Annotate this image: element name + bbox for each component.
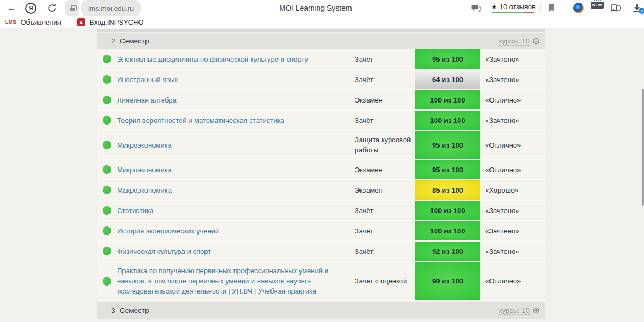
semester-number: 3 bbox=[111, 306, 120, 314]
address-bar[interactable]: lms.moi.edu.ru bbox=[81, 0, 141, 16]
score-badge: 95 из 100 bbox=[415, 160, 480, 179]
course-link[interactable]: Практика по получению первичных професси… bbox=[117, 266, 341, 296]
course-link[interactable]: Физическая культура и спорт bbox=[117, 246, 211, 257]
course-row: Микроэкономика Защита курсовой работы 95… bbox=[97, 131, 545, 160]
score-badge: 64 из 100 bbox=[415, 70, 480, 89]
grades-panel: 2 Семестр курсы: 10 ⊖ Элективные дисципл… bbox=[97, 29, 545, 319]
semester-title: Семестр bbox=[120, 37, 149, 45]
sphere-icon bbox=[573, 3, 584, 13]
score-text: 95 из 100 bbox=[432, 55, 463, 63]
status-dot-icon bbox=[103, 55, 111, 63]
score-text: 100 из 100 bbox=[430, 96, 465, 104]
assessment-type: Экзамен bbox=[355, 90, 415, 109]
lock-icon bbox=[70, 8, 75, 11]
inpsycho-favicon: ▲ bbox=[77, 18, 85, 26]
star-icon: ★ bbox=[491, 3, 497, 11]
course-row: Макроэкономика Экзамен 85 из 100 «Хорошо… bbox=[97, 180, 545, 201]
confetti-icon bbox=[594, 0, 601, 1]
rating-bar bbox=[492, 12, 534, 13]
score-text: 85 из 100 bbox=[432, 186, 463, 194]
score-badge: 95 из 100 bbox=[415, 131, 480, 159]
grade-text: «Отлично» bbox=[480, 131, 545, 159]
grade-text: «Отлично» bbox=[480, 160, 545, 179]
status-dot-icon bbox=[103, 96, 111, 104]
score-text: 100 из 100 bbox=[430, 116, 465, 125]
site-security-button[interactable] bbox=[65, 0, 79, 16]
lms-page: 2 Семестр курсы: 10 ⊖ Элективные дисципл… bbox=[0, 28, 644, 321]
downloads-button[interactable]: 2 bbox=[632, 0, 642, 16]
course-row: Микроэкономика Экзамен 95 из 100 «Отличн… bbox=[97, 160, 545, 180]
bookmark-flag-icon bbox=[547, 3, 556, 13]
course-row: Элективные дисциплины по физической куль… bbox=[97, 49, 545, 70]
browser-toolbar: ← Я lms.moi.edu.ru MOI Learning System ★… bbox=[0, 0, 644, 16]
assessment-type: Зачёт bbox=[355, 111, 415, 130]
assessment-type: Зачёт bbox=[355, 70, 415, 89]
collapse-section-icon[interactable]: ⊖ bbox=[532, 36, 540, 46]
score-badge: 100 из 100 bbox=[415, 201, 480, 220]
status-dot-icon bbox=[103, 277, 111, 286]
grade-text: «Отлично» bbox=[480, 262, 545, 300]
reviews-button[interactable]: ★ 10 отзывов bbox=[491, 0, 536, 16]
course-link[interactable]: Статистика bbox=[117, 206, 153, 216]
yandex-home-button[interactable]: Я bbox=[25, 0, 36, 16]
whats-new-button[interactable]: NEW bbox=[591, 0, 604, 16]
course-link[interactable]: Теория вероятностей и математическая ста… bbox=[117, 115, 284, 126]
assessment-type: Защита курсовой работы bbox=[355, 131, 415, 159]
rating-bar-negative bbox=[524, 12, 534, 13]
course-link[interactable]: Микроэкономика bbox=[117, 140, 172, 150]
course-link[interactable]: История экономических учений bbox=[117, 226, 219, 236]
score-text: 92 из 100 bbox=[432, 247, 463, 255]
score-text: 90 из 100 bbox=[432, 277, 463, 285]
assessment-type: Зачёт bbox=[355, 201, 415, 220]
course-row: Физическая культура и спорт Зачёт 92 из … bbox=[97, 241, 545, 262]
bookmark-inpsycho[interactable]: ▲ Вход.INPSYCHO bbox=[77, 18, 144, 26]
grade-text: «Отлично» bbox=[480, 90, 545, 109]
expand-section-icon[interactable]: ⊕ bbox=[532, 306, 540, 315]
course-row: Теория вероятностей и математическая ста… bbox=[97, 111, 545, 131]
course-link[interactable]: Иностранный язык bbox=[117, 75, 178, 85]
semester-3-header[interactable]: 3 Семестр курсы: 10 ⊕ bbox=[97, 302, 545, 319]
course-row: Иностранный язык Зачёт 64 из 100 «Зачтен… bbox=[97, 70, 545, 90]
score-text: 95 из 100 bbox=[432, 141, 463, 149]
back-button[interactable]: ← bbox=[6, 0, 17, 16]
toolbar-separator bbox=[540, 4, 541, 12]
url-text: lms.moi.edu.ru bbox=[88, 4, 134, 12]
assessment-type: Экзамен bbox=[355, 160, 415, 179]
add-bookmark-button[interactable] bbox=[547, 0, 556, 16]
status-dot-icon bbox=[103, 141, 111, 149]
grade-text: «Зачтено» bbox=[480, 241, 545, 261]
course-link[interactable]: Элективные дисциплины по физической куль… bbox=[117, 54, 308, 64]
grade-text: «Зачтено» bbox=[480, 70, 545, 89]
course-row: История экономических учений Зачёт 100 и… bbox=[97, 221, 545, 241]
score-badge: 90 из 100 bbox=[415, 262, 480, 300]
site-comments-button[interactable] bbox=[471, 0, 481, 16]
collections-button[interactable] bbox=[610, 0, 621, 16]
course-link[interactable]: Макроэкономика bbox=[117, 185, 172, 195]
course-link[interactable]: Линейная алгебра bbox=[117, 95, 177, 105]
window-title: MOI Learning System bbox=[279, 0, 352, 16]
score-text: 100 из 100 bbox=[430, 227, 465, 235]
toolbar-separator bbox=[563, 4, 564, 12]
course-link[interactable]: Микроэкономика bbox=[117, 165, 172, 175]
status-dot-icon bbox=[103, 165, 111, 174]
status-dot-icon bbox=[103, 226, 111, 235]
yandex-services-button[interactable] bbox=[573, 0, 584, 16]
semester-title: Семестр bbox=[120, 306, 149, 314]
score-text: 64 из 100 bbox=[432, 76, 463, 84]
reviews-count-label: 10 отзывов bbox=[500, 3, 536, 11]
courses-count-link[interactable]: курсы: 10 bbox=[499, 37, 530, 46]
semester-2-header[interactable]: 2 Семестр курсы: 10 ⊖ bbox=[97, 33, 545, 49]
refresh-button[interactable] bbox=[47, 0, 57, 16]
assessment-type: Зачёт bbox=[355, 241, 415, 261]
bookmark-announcements[interactable]: LMS Объявления bbox=[5, 18, 61, 26]
refresh-icon bbox=[47, 3, 57, 13]
grade-text: «Хорошо» bbox=[480, 180, 545, 200]
courses-count-link[interactable]: курсы: 10 bbox=[499, 306, 530, 315]
toolbar-separator bbox=[485, 4, 485, 12]
rating-bar-positive bbox=[492, 12, 524, 13]
grade-text: «Зачтено» bbox=[480, 111, 545, 130]
score-badge: 100 из 100 bbox=[415, 111, 480, 130]
assessment-type: Зачет с оценкой bbox=[355, 262, 415, 300]
vertical-scrollbar[interactable] bbox=[642, 89, 644, 206]
lms-favicon: LMS bbox=[5, 19, 17, 25]
